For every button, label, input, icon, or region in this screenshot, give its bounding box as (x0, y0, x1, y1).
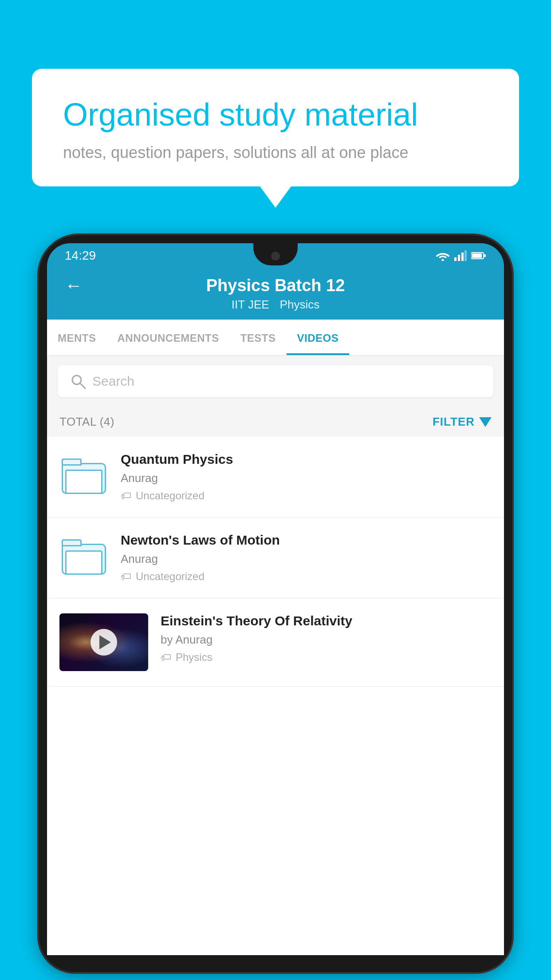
video-tag-row-2: 🏷 Uncategorized (121, 570, 492, 583)
tag-icon-2: 🏷 (121, 570, 131, 583)
video-tag-3: Physics (176, 651, 213, 664)
search-bar-container: Search (47, 356, 504, 407)
video-tag-row-3: 🏷 Physics (161, 651, 492, 664)
header-subtitle: IIT JEE Physics (232, 298, 319, 312)
video-author-1: Anurag (121, 471, 492, 485)
tag-icon-3: 🏷 (161, 651, 171, 664)
speech-bubble-title: Organised study material (63, 95, 488, 134)
header-tag-physics: Physics (280, 298, 320, 312)
list-item[interactable]: Newton's Laws of Motion Anurag 🏷 Uncateg… (47, 518, 504, 598)
folder-thumb-2 (59, 533, 108, 581)
video-author-2: Anurag (121, 552, 492, 566)
signal-icon (454, 250, 467, 261)
phone-container: 14:29 (39, 235, 512, 980)
status-icons (436, 250, 486, 261)
video-info-2: Newton's Laws of Motion Anurag 🏷 Uncateg… (121, 533, 492, 583)
header-title: Physics Batch 12 (206, 276, 345, 295)
tab-ments[interactable]: MENTS (47, 320, 107, 355)
header-top-row: ← Physics Batch 12 (65, 276, 486, 295)
svg-rect-1 (454, 257, 457, 261)
status-bar: 14:29 (47, 243, 504, 266)
back-button[interactable]: ← (65, 276, 83, 296)
header-tag-iitjee: IIT JEE (232, 298, 269, 312)
svg-point-0 (442, 259, 444, 261)
video-tag-1: Uncategorized (136, 490, 205, 502)
tab-announcements[interactable]: ANNOUNCEMENTS (107, 320, 230, 355)
status-time: 14:29 (65, 249, 96, 263)
video-tag-row-1: 🏷 Uncategorized (121, 490, 492, 502)
svg-rect-6 (472, 253, 482, 258)
filter-bar: TOTAL (4) FILTER (47, 407, 504, 437)
camera-dot (271, 252, 280, 261)
video-info-3: Einstein's Theory Of Relativity by Anura… (161, 613, 492, 664)
phone-notch (253, 243, 298, 265)
speech-bubble-wrapper: Organised study material notes, question… (32, 69, 519, 186)
battery-icon (471, 251, 486, 260)
video-tag-2: Uncategorized (136, 570, 205, 583)
app-header: ← Physics Batch 12 IIT JEE Physics (47, 266, 504, 320)
svg-rect-2 (458, 255, 460, 261)
svg-line-9 (80, 383, 85, 388)
svg-rect-7 (484, 254, 486, 257)
speech-bubble-subtitle: notes, question papers, solutions all at… (63, 143, 488, 162)
video-thumb-3 (59, 613, 148, 671)
tag-icon-1: 🏷 (121, 490, 131, 502)
filter-button[interactable]: FILTER (433, 415, 492, 429)
tab-videos[interactable]: VIDEOS (287, 320, 350, 355)
list-item[interactable]: Quantum Physics Anurag 🏷 Uncategorized (47, 437, 504, 518)
total-count: TOTAL (4) (59, 415, 114, 429)
folder-thumb-1 (59, 452, 108, 501)
list-item[interactable]: Einstein's Theory Of Relativity by Anura… (47, 598, 504, 687)
wifi-icon (436, 250, 450, 261)
video-author-3: by Anurag (161, 633, 492, 647)
search-placeholder: Search (92, 374, 134, 389)
video-list: Quantum Physics Anurag 🏷 Uncategorized (47, 437, 504, 687)
search-icon (70, 373, 86, 389)
folder-icon (62, 458, 106, 494)
svg-rect-3 (461, 253, 464, 261)
filter-triangle-icon (479, 417, 492, 427)
phone-frame: 14:29 (39, 235, 512, 972)
tab-bar: MENTS ANNOUNCEMENTS TESTS VIDEOS (47, 320, 504, 356)
video-title-2: Newton's Laws of Motion (121, 533, 492, 548)
phone-screen: ← Physics Batch 12 IIT JEE Physics MENTS… (47, 266, 504, 955)
search-bar[interactable]: Search (58, 365, 493, 397)
video-title-1: Quantum Physics (121, 452, 492, 467)
speech-bubble: Organised study material notes, question… (32, 69, 519, 186)
svg-rect-4 (464, 250, 467, 261)
tab-tests[interactable]: TESTS (230, 320, 287, 355)
play-triangle-icon (99, 635, 111, 649)
play-button-overlay (91, 629, 117, 656)
video-title-3: Einstein's Theory Of Relativity (161, 613, 492, 628)
video-info-1: Quantum Physics Anurag 🏷 Uncategorized (121, 452, 492, 502)
folder-icon (62, 539, 106, 575)
